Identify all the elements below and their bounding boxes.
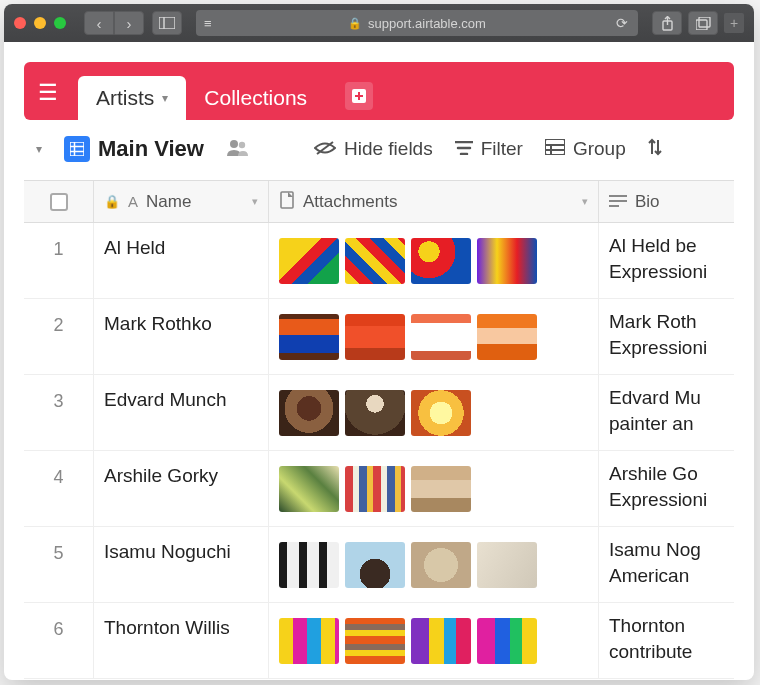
svg-point-11 <box>239 141 245 147</box>
table-row[interactable]: 6Thornton WillisThornton contribute <box>24 603 734 679</box>
svg-rect-17 <box>281 192 293 208</box>
attachment-thumbnail[interactable] <box>345 466 405 512</box>
cell-name[interactable]: Thornton Willis <box>94 603 269 678</box>
nav-back-button[interactable]: ‹ <box>84 11 114 35</box>
tabs-button[interactable] <box>688 11 718 35</box>
browser-titlebar: ‹ › ≡ 🔒 support.airtable.com ⟳ + <box>4 4 754 42</box>
hide-fields-label: Hide fields <box>344 138 433 160</box>
attachment-thumbnail[interactable] <box>411 542 471 588</box>
add-table-button[interactable] <box>345 82 373 110</box>
header-attachments[interactable]: Attachments ▾ <box>269 181 599 222</box>
nav-forward-button[interactable]: › <box>114 11 144 35</box>
refresh-icon[interactable]: ⟳ <box>616 15 628 31</box>
attachment-thumbnail[interactable] <box>345 314 405 360</box>
cell-name[interactable]: Edvard Munch <box>94 375 269 450</box>
collaborators-icon[interactable] <box>226 138 250 161</box>
attachment-thumbnail[interactable] <box>345 542 405 588</box>
sidebar-toggle-button[interactable] <box>152 11 182 35</box>
row-number[interactable]: 6 <box>24 603 94 678</box>
attachment-thumbnail[interactable] <box>411 390 471 436</box>
attachment-thumbnail[interactable] <box>411 466 471 512</box>
sort-button[interactable] <box>648 138 662 161</box>
filter-button[interactable]: Filter <box>455 138 523 160</box>
cell-bio[interactable]: Al Held beExpressioni <box>599 223 734 298</box>
view-toolbar: ▾ Main View Hide fields Filter <box>24 124 734 174</box>
header-bio[interactable]: Bio <box>599 181 734 222</box>
cell-attachments[interactable] <box>269 375 599 450</box>
cell-bio[interactable]: Arshile GoExpressioni <box>599 451 734 526</box>
select-all-checkbox[interactable] <box>50 193 68 211</box>
url-field[interactable]: ≡ 🔒 support.airtable.com ⟳ <box>196 10 638 36</box>
row-number[interactable]: 3 <box>24 375 94 450</box>
attachment-thumbnail[interactable] <box>411 314 471 360</box>
cell-attachments[interactable] <box>269 299 599 374</box>
chevron-down-icon[interactable]: ▾ <box>162 91 168 105</box>
filter-label: Filter <box>481 138 523 160</box>
table-row[interactable]: 3Edvard MunchEdvard Mupainter an <box>24 375 734 451</box>
views-sidebar-toggle[interactable]: ▾ <box>36 142 42 156</box>
attachment-thumbnail[interactable] <box>345 238 405 284</box>
attachment-thumbnail[interactable] <box>477 314 537 360</box>
cell-name[interactable]: Isamu Noguchi <box>94 527 269 602</box>
cell-bio[interactable]: Mark RothExpressioni <box>599 299 734 374</box>
table-row[interactable]: 2Mark RothkoMark RothExpressioni <box>24 299 734 375</box>
attachment-thumbnail[interactable] <box>279 618 339 664</box>
attachment-thumbnail[interactable] <box>477 618 537 664</box>
attachment-thumbnail[interactable] <box>279 466 339 512</box>
maximize-window-button[interactable] <box>54 17 66 29</box>
grid-view-icon <box>64 136 90 162</box>
close-window-button[interactable] <box>14 17 26 29</box>
menu-icon[interactable]: ☰ <box>38 80 58 106</box>
attachment-thumbnail[interactable] <box>279 542 339 588</box>
cell-bio[interactable]: Isamu NogAmerican <box>599 527 734 602</box>
cell-attachments[interactable] <box>269 223 599 298</box>
row-number[interactable]: 5 <box>24 527 94 602</box>
longtext-field-icon <box>609 193 627 210</box>
hide-fields-button[interactable]: Hide fields <box>314 138 433 160</box>
tab-artists[interactable]: Artists ▾ <box>78 76 186 120</box>
share-button[interactable] <box>652 11 682 35</box>
group-label: Group <box>573 138 626 160</box>
row-number[interactable]: 1 <box>24 223 94 298</box>
attachment-thumbnail[interactable] <box>477 238 537 284</box>
header-name[interactable]: 🔒 A Name ▾ <box>94 181 269 222</box>
cell-name[interactable]: Arshile Gorky <box>94 451 269 526</box>
group-button[interactable]: Group <box>545 138 626 160</box>
grid-header: 🔒 A Name ▾ Attachments ▾ Bio <box>24 181 734 223</box>
table-row[interactable]: 5Isamu NoguchiIsamu NogAmerican <box>24 527 734 603</box>
column-label: Name <box>146 192 191 212</box>
attachment-thumbnail[interactable] <box>279 238 339 284</box>
column-menu-icon[interactable]: ▾ <box>252 195 258 208</box>
attachment-thumbnail[interactable] <box>411 618 471 664</box>
svg-point-10 <box>230 140 238 148</box>
attachment-thumbnail[interactable] <box>477 542 537 588</box>
column-menu-icon[interactable]: ▾ <box>582 195 588 208</box>
cell-name[interactable]: Mark Rothko <box>94 299 269 374</box>
cell-bio[interactable]: Edvard Mupainter an <box>599 375 734 450</box>
reader-icon[interactable]: ≡ <box>204 16 212 31</box>
attachment-thumbnail[interactable] <box>411 238 471 284</box>
cell-name[interactable]: Al Held <box>94 223 269 298</box>
current-view[interactable]: Main View <box>64 136 204 162</box>
attachment-thumbnail[interactable] <box>279 390 339 436</box>
svg-rect-6 <box>70 142 84 156</box>
row-number[interactable]: 4 <box>24 451 94 526</box>
cell-attachments[interactable] <box>269 451 599 526</box>
cell-attachments[interactable] <box>269 527 599 602</box>
table-row[interactable]: 4Arshile GorkyArshile GoExpressioni <box>24 451 734 527</box>
cell-attachments[interactable] <box>269 603 599 678</box>
attachment-thumbnail[interactable] <box>345 618 405 664</box>
minimize-window-button[interactable] <box>34 17 46 29</box>
table-row[interactable]: 1Al HeldAl Held beExpressioni <box>24 223 734 299</box>
row-number[interactable]: 2 <box>24 299 94 374</box>
header-select-all[interactable] <box>24 181 94 222</box>
attachment-thumbnail[interactable] <box>345 390 405 436</box>
attachment-thumbnail[interactable] <box>279 314 339 360</box>
cell-bio[interactable]: Thornton contribute <box>599 603 734 678</box>
svg-rect-13 <box>545 139 565 155</box>
data-grid: 🔒 A Name ▾ Attachments ▾ Bio 1Al HeldAl … <box>24 180 734 679</box>
tab-collections[interactable]: Collections <box>186 76 325 120</box>
new-tab-button[interactable]: + <box>724 13 744 33</box>
svg-rect-4 <box>699 17 710 27</box>
column-label: Bio <box>635 192 660 212</box>
